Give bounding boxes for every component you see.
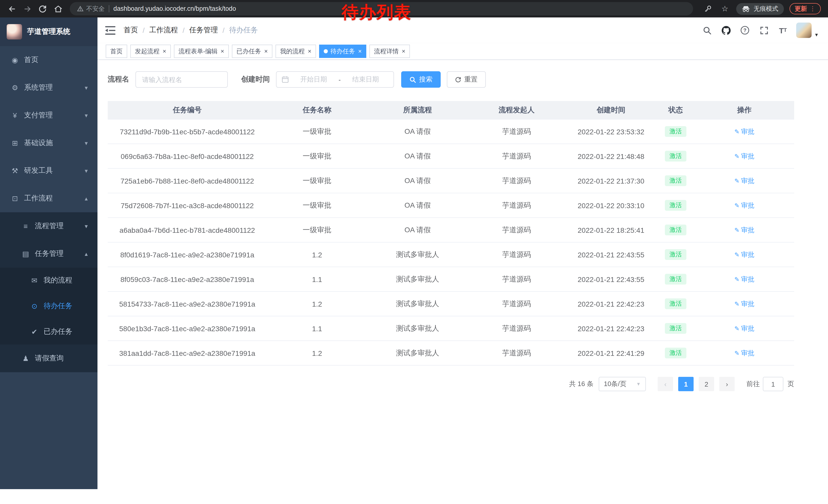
sidebar-item-infrastructure[interactable]: ⊞基础设施▼	[0, 129, 97, 157]
approve-link[interactable]: ✎审批	[734, 176, 754, 185]
search-button[interactable]: 搜索	[401, 71, 441, 88]
cell-action: ✎审批	[695, 324, 794, 333]
tab-close-icon[interactable]: ×	[358, 48, 362, 54]
sidebar-logo[interactable]: 芋道管理系统	[0, 17, 97, 46]
back-button[interactable]	[5, 2, 18, 15]
cell-action: ✎审批	[695, 250, 794, 259]
browser-toolbar-right: ☆ 无痕模式 更新 ⋮	[702, 3, 823, 15]
breadcrumb-item[interactable]: 首页	[124, 26, 138, 35]
table-header-row: 任务编号任务名称所属流程流程发起人创建时间状态操作	[108, 101, 794, 120]
sidebar-item-payment-management[interactable]: ¥支付管理▼	[0, 101, 97, 129]
approve-link[interactable]: ✎审批	[734, 225, 754, 235]
cell-initiator: 芋道源码	[468, 127, 565, 136]
cell-status: 激活	[657, 151, 695, 162]
date-range-picker[interactable]: 开始日期 - 结束日期	[276, 71, 394, 88]
sidebar-item-task-management[interactable]: ▤任务管理▲	[0, 240, 97, 268]
browser-window: 不安全 dashboard.yudao.iocoder.cn/bpm/task/…	[0, 0, 828, 504]
prev-page-button[interactable]: ‹	[658, 377, 673, 391]
table-row: 580e1b3d-7ac8-11ec-a9e2-a2380e71991a1.1测…	[108, 316, 794, 341]
sidebar-item-dev-tools[interactable]: ⚒研发工具▼	[0, 157, 97, 185]
next-page-button[interactable]: ›	[719, 377, 735, 391]
status-badge: 激活	[665, 126, 687, 137]
page-button-2[interactable]: 2	[699, 377, 714, 391]
reset-button[interactable]: 重置	[447, 71, 486, 88]
tab-close-icon[interactable]: ×	[220, 48, 224, 54]
tab-close-icon[interactable]: ×	[163, 48, 166, 54]
sidebar-item-leave-query[interactable]: ♟请假查询	[0, 345, 97, 372]
sidebar-item-label: 我的流程	[44, 276, 72, 285]
breadcrumb-separator: /	[182, 26, 185, 34]
fullscreen-icon[interactable]	[758, 24, 770, 36]
tab-close-icon[interactable]: ×	[264, 48, 268, 54]
page-url: dashboard.yudao.iocoder.cn/bpm/task/todo	[113, 5, 236, 12]
cell-process: OA 请假	[367, 151, 468, 161]
cell-action: ✎审批	[695, 299, 794, 308]
tab-my-processes[interactable]: 我的流程×	[276, 45, 316, 58]
tab-label: 已办任务	[237, 47, 261, 56]
browser-update-button[interactable]: 更新 ⋮	[790, 3, 821, 14]
page-size-select[interactable]: 10条/页 ▼	[599, 377, 646, 391]
sidebar-item-workflow[interactable]: ⊡工作流程▲	[0, 185, 97, 212]
approve-link[interactable]: ✎审批	[734, 127, 754, 136]
user-menu[interactable]: ▼	[796, 22, 819, 38]
column-header: 创建时间	[565, 105, 657, 114]
sidebar-collapse-button[interactable]	[105, 26, 115, 35]
approve-link[interactable]: ✎审批	[734, 275, 754, 284]
tab-form-edit[interactable]: 流程表单-编辑×	[174, 45, 229, 58]
sidebar-item-todo-tasks[interactable]: ⊙待办任务	[0, 293, 97, 319]
kebab-menu-icon[interactable]: ⋮	[810, 5, 816, 12]
cell-action: ✎审批	[695, 176, 794, 185]
reload-button[interactable]	[36, 2, 49, 15]
sidebar-item-home[interactable]: ◉首页	[0, 46, 97, 74]
approve-link[interactable]: ✎审批	[734, 201, 754, 210]
browser-chrome: 不安全 dashboard.yudao.iocoder.cn/bpm/task/…	[0, 0, 828, 17]
breadcrumb-item[interactable]: 工作流程	[149, 26, 178, 35]
start-date-placeholder: 开始日期	[291, 75, 336, 84]
page-button-1[interactable]: 1	[678, 377, 694, 391]
tab-close-icon[interactable]: ×	[308, 48, 312, 54]
forward-button[interactable]	[20, 2, 34, 15]
cell-action: ✎审批	[695, 275, 794, 284]
approve-link[interactable]: ✎审批	[734, 299, 754, 308]
goto-label: 前往	[746, 379, 760, 388]
sidebar-item-label: 首页	[24, 55, 38, 64]
tab-done-tasks[interactable]: 已办任务×	[232, 45, 273, 58]
approve-link[interactable]: ✎审批	[734, 349, 754, 358]
cell-initiator: 芋道源码	[468, 201, 565, 210]
edit-icon: ✎	[734, 325, 740, 332]
home-button[interactable]	[51, 2, 65, 15]
cell-initiator: 芋道源码	[468, 299, 565, 308]
cell-status: 激活	[657, 126, 695, 137]
security-warning-icon[interactable]: 不安全	[77, 4, 105, 13]
active-tab-dot	[324, 49, 328, 53]
tab-start-process[interactable]: 发起流程×	[130, 45, 171, 58]
goto-page-input[interactable]	[763, 377, 783, 391]
tab-process-detail[interactable]: 流程详情×	[369, 45, 410, 58]
tab-close-icon[interactable]: ×	[402, 48, 405, 54]
password-key-icon[interactable]	[702, 3, 714, 15]
page-content: 流程名 创建时间 开始日期 - 结束日期 搜索 重	[97, 60, 828, 504]
sidebar-item-my-processes[interactable]: ✉我的流程	[0, 268, 97, 293]
search-icon[interactable]	[701, 24, 713, 36]
edit-icon: ✎	[734, 276, 740, 283]
sidebar-item-done-tasks[interactable]: ✔已办任务	[0, 319, 97, 345]
font-size-icon[interactable]: TT	[777, 24, 788, 36]
sidebar-item-system-management[interactable]: ⚙系统管理▼	[0, 74, 97, 101]
chevron-down-icon: ▼	[636, 381, 641, 386]
tab-home[interactable]: 首页	[106, 45, 127, 58]
bookmark-star-icon[interactable]: ☆	[719, 3, 731, 15]
sidebar-item-process-management[interactable]: ≡流程管理▼	[0, 212, 97, 240]
approve-link[interactable]: ✎审批	[734, 151, 754, 161]
column-header: 状态	[657, 105, 695, 114]
approve-link[interactable]: ✎审批	[734, 324, 754, 333]
tab-todo-tasks[interactable]: 待办任务×	[319, 45, 366, 58]
status-badge: 激活	[665, 323, 687, 334]
help-icon[interactable]: ?	[739, 24, 750, 36]
page-buttons: 12	[676, 377, 717, 391]
approve-link[interactable]: ✎审批	[734, 250, 754, 259]
github-icon[interactable]	[720, 24, 732, 36]
process-name-input[interactable]	[135, 71, 228, 88]
sidebar-item-label: 已办任务	[44, 327, 72, 336]
cell-initiator: 芋道源码	[468, 176, 565, 185]
breadcrumb-item[interactable]: 任务管理	[189, 26, 218, 35]
